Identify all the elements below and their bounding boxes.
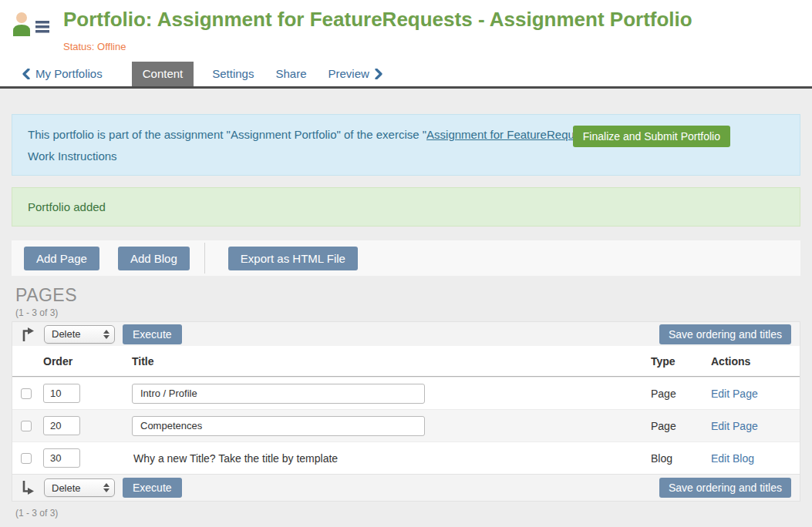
pages-table: Delete Execute Save ordering and titles … xyxy=(12,321,800,502)
column-header-order: Order xyxy=(43,355,132,368)
tab-share[interactable]: Share xyxy=(264,62,317,86)
portfolio-logo xyxy=(11,11,52,39)
bulk-actions-top: Delete Execute Save ordering and titles xyxy=(12,322,800,346)
tab-content[interactable]: Content xyxy=(132,62,194,86)
title-input[interactable] xyxy=(132,416,425,436)
person-body-icon xyxy=(13,25,30,36)
finalize-submit-button[interactable]: Finalize and Submit Portfolio xyxy=(573,126,730,147)
tab-label: Share xyxy=(275,67,306,80)
result-count-top: (1 - 3 of 3) xyxy=(15,307,800,318)
row-type: Page xyxy=(651,420,711,432)
page-header: Portfolio: Assignment for FeatureRequest… xyxy=(0,0,812,54)
pages-section-heading: PAGES xyxy=(15,285,800,306)
save-ordering-button-bottom[interactable]: Save ordering and titles xyxy=(659,478,791,498)
add-page-button[interactable]: Add Page xyxy=(24,247,99,270)
row-type: Page xyxy=(651,388,711,400)
result-count-bottom: (1 - 3 of 3) xyxy=(15,508,800,519)
page-title: Portfolio: Assignment for FeatureRequest… xyxy=(63,8,692,32)
column-header-title: Title xyxy=(132,355,651,368)
tab-settings[interactable]: Settings xyxy=(201,62,264,86)
bulk-action-selected: Delete xyxy=(52,482,103,494)
status-text: Status: Offline xyxy=(63,41,812,52)
row-title-text: Why a new Title? Take the title by templ… xyxy=(132,452,338,465)
select-stepper-icon xyxy=(103,330,110,339)
success-text: Portfolio added xyxy=(28,200,106,213)
order-input[interactable] xyxy=(43,384,80,403)
bulk-action-select[interactable]: Delete xyxy=(44,325,115,344)
row-checkbox[interactable] xyxy=(21,388,32,399)
column-header-actions: Actions xyxy=(711,355,800,368)
person-menu-icon xyxy=(11,11,52,39)
tab-my-portfolios[interactable]: My Portfolios xyxy=(22,62,113,86)
edit-blog-link[interactable]: Edit Blog xyxy=(711,452,754,465)
success-message: Portfolio added xyxy=(12,187,800,227)
arrow-down-right-icon xyxy=(21,480,35,495)
export-html-button[interactable]: Export as HTML File xyxy=(228,247,358,270)
add-blog-button[interactable]: Add Blog xyxy=(118,247,190,270)
toolbar-divider xyxy=(204,243,205,274)
order-input[interactable] xyxy=(43,416,80,435)
row-checkbox[interactable] xyxy=(21,453,32,464)
table-header-row: Order Title Type Actions xyxy=(12,346,800,377)
bulk-actions-bottom: Delete Execute Save ordering and titles xyxy=(12,474,800,501)
row-type: Blog xyxy=(651,452,711,465)
exercise-link[interactable]: Assignment for FeatureRequests xyxy=(426,128,595,141)
execute-button-bottom[interactable]: Execute xyxy=(123,478,182,498)
person-head-icon xyxy=(16,12,27,23)
page-actions-toolbar: Add Page Add Blog Export as HTML File xyxy=(12,240,800,276)
tab-label: My Portfolios xyxy=(35,67,103,80)
order-input[interactable] xyxy=(43,448,80,468)
table-row: Page Edit Page xyxy=(12,377,800,409)
chevron-left-icon xyxy=(22,69,30,79)
title-input[interactable] xyxy=(132,384,425,404)
arrow-up-right-icon xyxy=(21,327,35,342)
select-stepper-icon xyxy=(103,483,110,492)
tab-bar: My Portfolios Content Settings Share Pre… xyxy=(0,54,812,89)
edit-page-link[interactable]: Edit Page xyxy=(711,420,758,432)
table-row: Why a new Title? Take the title by templ… xyxy=(12,441,800,474)
tab-preview[interactable]: Preview xyxy=(317,62,393,86)
tab-label: Preview xyxy=(328,67,369,80)
menu-icon xyxy=(35,21,49,33)
bulk-action-selected: Delete xyxy=(52,328,103,340)
bulk-action-select[interactable]: Delete xyxy=(44,478,115,497)
save-ordering-button-top[interactable]: Save ordering and titles xyxy=(659,324,791,344)
edit-page-link[interactable]: Edit Page xyxy=(711,388,758,400)
tab-label: Content xyxy=(143,67,184,80)
execute-button-top[interactable]: Execute xyxy=(123,324,182,344)
column-header-type: Type xyxy=(651,355,711,368)
main-content: This portfolio is part of the assignment… xyxy=(0,114,812,519)
row-checkbox[interactable] xyxy=(21,421,32,431)
chevron-right-icon xyxy=(375,69,383,79)
assignment-info-banner: This portfolio is part of the assignment… xyxy=(12,114,800,176)
work-instructions-link[interactable]: Work Instructions xyxy=(28,149,117,163)
assignment-info-text: This portfolio is part of the assignment… xyxy=(28,128,426,141)
tab-label: Settings xyxy=(212,67,254,80)
table-row: Page Edit Page xyxy=(12,409,800,441)
